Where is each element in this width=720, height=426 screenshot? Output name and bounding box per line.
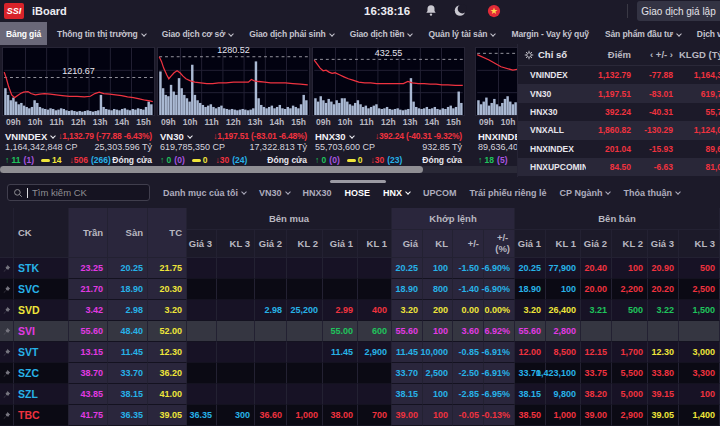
subcol-kl-1-5[interactable]: KL 1 [358,230,392,258]
cell-sell-price1[interactable]: 12.00 [515,342,546,363]
cell-sell-vol1[interactable]: 9,800 [546,384,581,405]
cell-match-change[interactable]: -0.85 [453,342,484,363]
tab-danh-muc-cua-toi[interactable]: Danh mục của tôi [163,188,246,198]
nav-item-margin-vay-ky-quy[interactable]: Margin - Vay ký quỹ [505,22,594,45]
cell-match-change[interactable]: 0.00 [453,300,484,321]
cell-buy-price1[interactable]: 38.00 [323,405,358,426]
col-change[interactable]: ‹ +/- › [631,49,673,60]
pin-cell[interactable] [0,300,14,321]
cell-tran[interactable]: 3.42 [69,300,108,321]
subcol-gia-2-12[interactable]: Giá 2 [581,230,612,258]
nav-item-thong-tin-thi-truong[interactable]: Thông tin thị trường [51,22,152,45]
pin-cell[interactable] [0,405,14,426]
cell-san[interactable]: 36.35 [108,405,148,426]
cell-tran[interactable]: 38.70 [69,363,108,384]
cell-tran[interactable]: 21.70 [69,279,108,300]
subcol-gia-6[interactable]: Giá [392,230,423,258]
pin-cell[interactable] [0,321,14,342]
cell-sell-price2[interactable]: 3.21 [581,300,612,321]
cell-tran[interactable]: 55.60 [69,321,108,342]
cell-match-change-pct[interactable]: -6.91% [484,342,515,363]
cell-buy-vol1[interactable]: 600 [358,321,392,342]
subcol-gia-2-2[interactable]: Giá 2 [255,230,287,258]
tab-thoa-thuan[interactable]: Thỏa thuận [623,188,680,198]
group-ben-ban[interactable]: Bên bán [515,208,720,230]
tab-trai-phieu-rieng-le[interactable]: Trái phiếu riêng lẻ [470,188,547,198]
cell-match-change-pct[interactable]: -6.90% [484,258,515,279]
cell-match-vol[interactable]: 100 [423,258,453,279]
subcol--9[interactable]: +/-(%) [484,230,515,258]
cell-tc[interactable]: 39.05 [148,405,187,426]
cell-sell-price2[interactable]: 20.00 [581,279,612,300]
cell-match-change[interactable]: 3.60 [453,321,484,342]
cell-tran[interactable]: 13.15 [69,342,108,363]
cell-sell-price1[interactable]: 38.50 [515,405,546,426]
cell-tran[interactable]: 23.25 [69,258,108,279]
ticker-symbol[interactable]: SZC [14,363,69,384]
cell-tc[interactable]: 41.00 [148,384,187,405]
cell-sell-vol3[interactable]: 3,300 [679,363,720,384]
board-row-stk[interactable]: STK23.2520.2521.7520.25100-1.50-6.90%20.… [0,258,720,279]
ticker-symbol[interactable]: SZL [14,384,69,405]
cell-sell-price2[interactable]: 12.15 [581,342,612,363]
pin-cell[interactable] [0,384,14,405]
cell-match-change-pct[interactable]: -0.13% [484,405,515,426]
ticker-symbol[interactable]: TBC [14,405,69,426]
cell-sell-price3[interactable]: 20.20 [648,279,679,300]
cell-sell-vol3[interactable]: 2,500 [679,279,720,300]
board-row-szl[interactable]: SZL43.8538.1541.0038.15100-2.85-6.95%38.… [0,384,720,405]
nav-item-giao-dich-tien[interactable]: Giao dịch tiền [344,22,419,45]
cell-match-vol[interactable]: 800 [423,279,453,300]
ticker-symbol[interactable]: SVI [14,321,69,342]
cell-match-change-pct[interactable]: -6.95% [484,384,515,405]
cell-sell-vol2[interactable]: 2,200 [612,279,648,300]
cell-sell-vol1[interactable]: 8,500 [546,342,581,363]
board-row-svc[interactable]: SVC21.7018.9020.3018.90800-1.40-6.90%18.… [0,279,720,300]
cell-tran[interactable]: 41.75 [69,405,108,426]
gear-icon[interactable] [524,50,534,60]
cell-sell-price2[interactable]: 33.75 [581,363,612,384]
nav-item-san-pham-au-tu[interactable]: Sản phẩm đầu tư [599,22,687,45]
ssi-logo[interactable]: SSI [4,3,24,19]
subcol-gia-1-10[interactable]: Giá 1 [515,230,546,258]
cell-san[interactable]: 11.45 [108,342,148,363]
cell-sell-vol1[interactable]: 26,400 [546,300,581,321]
cell-buy-vol2[interactable]: 25,200 [287,300,323,321]
pin-icon[interactable] [2,264,11,273]
pin-icon[interactable] [2,390,11,399]
pin-icon[interactable] [2,306,11,315]
pin-cell[interactable] [0,342,14,363]
cell-match-vol[interactable]: 10,000 [423,342,453,363]
cell-buy-vol2[interactable]: 1,000 [287,405,323,426]
cell-match-price[interactable]: 18.90 [392,279,423,300]
nav-item-giao-dich-co-so[interactable]: Giao dịch cơ sở [156,22,240,45]
cell-tc[interactable]: 20.30 [148,279,187,300]
cell-sell-price1[interactable]: 55.60 [515,321,546,342]
cell-match-change[interactable]: -0.05 [453,405,484,426]
cell-san[interactable]: 2.98 [108,300,148,321]
tab-cp-nganh[interactable]: CP Ngành [560,188,611,198]
cell-sell-price2[interactable]: 20.40 [581,258,612,279]
cell-tc[interactable]: 52.00 [148,321,187,342]
cell-buy-price2[interactable]: 2.98 [255,300,287,321]
col-tran[interactable]: Trần [69,208,108,258]
cell-match-price[interactable]: 3.20 [392,300,423,321]
cell-match-vol[interactable]: 100 [423,405,453,426]
cell-sell-vol2[interactable]: 2,900 [612,405,648,426]
subcol-gia-3-14[interactable]: Giá 3 [648,230,679,258]
subcol-gia-3-0[interactable]: Giá 3 [187,230,217,258]
nav-item-quan-ly-tai-san[interactable]: Quản lý tài sản [422,22,501,45]
pricing-mode-button[interactable]: Giao dịch giá lập [637,1,720,21]
cell-sell-price1[interactable]: 38.15 [515,384,546,405]
pin-cell[interactable] [0,279,14,300]
tab-upcom[interactable]: UPCOM [423,188,457,198]
pin-cell[interactable] [0,258,14,279]
cell-tc[interactable]: 3.20 [148,300,187,321]
cell-match-change[interactable]: -2.50 [453,363,484,384]
subcol--8[interactable]: +/- [453,230,484,258]
cell-sell-vol1[interactable]: 1,000 [546,405,581,426]
cell-sell-vol3[interactable]: 3,000 [679,342,720,363]
cell-sell-price3[interactable]: 12.30 [648,342,679,363]
cell-sell-price3[interactable]: 39.15 [648,384,679,405]
tab-vn30[interactable]: VN30 [259,188,290,198]
